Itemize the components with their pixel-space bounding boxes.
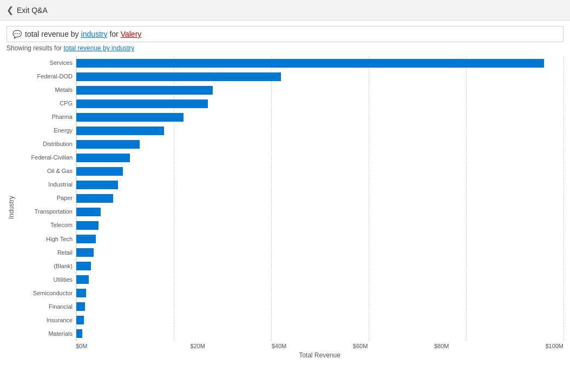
bar <box>76 262 91 270</box>
category-label: Federal-DOD <box>16 73 73 80</box>
x-tick: $20M <box>157 343 238 349</box>
category-label: Utilities <box>16 276 73 283</box>
bar-row <box>76 97 564 110</box>
bar-row <box>76 260 564 273</box>
bar <box>76 316 84 324</box>
category-label: Services <box>16 59 73 67</box>
category-label: Energy <box>16 127 73 134</box>
chart-area: Industry ServicesFederal-DODMetalsCPGPha… <box>6 56 564 359</box>
chart-inner: ServicesFederal-DODMetalsCPGPharmaEnergy… <box>16 56 564 359</box>
bar <box>76 329 82 338</box>
category-label: Metals <box>16 87 73 94</box>
x-axis: $0M$20M$40M$60M$80M$100M <box>76 341 564 349</box>
category-label: Distribution <box>16 141 73 148</box>
bar-row <box>76 273 564 287</box>
bar <box>76 167 123 176</box>
bar-row <box>76 56 564 70</box>
category-label: Pharma <box>16 114 73 121</box>
query-keyword-industry: industry <box>81 30 108 38</box>
category-label: Transportation <box>16 208 73 215</box>
bar <box>76 72 281 81</box>
bar-row <box>76 287 564 300</box>
bar <box>76 59 544 68</box>
bar-row <box>76 83 564 97</box>
bar <box>76 289 86 297</box>
bars-grid <box>76 56 564 341</box>
x-tick: $100M <box>482 343 564 349</box>
bar-row <box>76 246 564 260</box>
query-prefix: total revenue by <box>25 30 81 38</box>
query-middle: for <box>108 30 121 38</box>
category-label: Insurance <box>16 317 73 324</box>
bar-row <box>76 314 564 327</box>
bar <box>76 86 213 95</box>
x-axis-label: Total Revenue <box>76 351 564 359</box>
category-label: Paper <box>16 195 73 202</box>
category-label: Retail <box>16 249 73 256</box>
bar-row <box>76 178 564 191</box>
bar-row <box>76 219 564 232</box>
bar <box>76 140 140 149</box>
category-label: Materials <box>16 330 73 337</box>
category-labels: ServicesFederal-DODMetalsCPGPharmaEnergy… <box>16 56 76 341</box>
x-tick: $40M <box>238 343 319 349</box>
results-link[interactable]: total revenue by industry <box>63 44 134 52</box>
query-text: total revenue by industry for Valery <box>25 30 141 38</box>
exit-button[interactable]: ❮ Exit Q&A <box>6 5 48 15</box>
bars-section: ServicesFederal-DODMetalsCPGPharmaEnergy… <box>16 56 564 341</box>
category-label: CPG <box>16 100 73 107</box>
category-label: Semiconductor <box>16 290 73 297</box>
results-label: Showing results for total revenue by ind… <box>6 44 564 52</box>
query-keyword-valery: Valery <box>121 30 142 38</box>
bar <box>76 248 94 257</box>
category-label: (Blank) <box>16 263 73 270</box>
bar-row <box>76 137 564 151</box>
bar-row <box>76 124 564 137</box>
x-tick: $80M <box>401 343 482 349</box>
category-label: Industrial <box>16 181 73 188</box>
bar <box>76 194 113 203</box>
bar-row <box>76 205 564 219</box>
back-arrow-icon: ❮ <box>6 5 14 15</box>
x-tick: $60M <box>320 343 401 349</box>
bar <box>76 113 184 122</box>
y-axis-label: Industry <box>6 56 16 359</box>
bar-row <box>76 151 564 164</box>
category-label: Financial <box>16 303 73 310</box>
exit-label: Exit Q&A <box>17 6 48 15</box>
bar <box>76 127 164 135</box>
bar <box>76 208 101 216</box>
search-bar[interactable]: 💬 total revenue by industry for Valery <box>6 26 564 42</box>
bar <box>76 302 85 311</box>
bar <box>76 154 130 162</box>
bar <box>76 235 96 243</box>
category-label: Telecom <box>16 222 73 229</box>
bar-row <box>76 70 564 83</box>
bar-row <box>76 300 564 314</box>
bar-row <box>76 110 564 124</box>
category-label: Oil & Gas <box>16 168 73 175</box>
header: ❮ Exit Q&A <box>0 0 570 21</box>
bar <box>76 181 118 189</box>
category-label: Federal-Civilian <box>16 154 73 161</box>
bar <box>76 221 99 230</box>
grid-line <box>564 56 564 341</box>
bar-row <box>76 164 564 178</box>
chat-icon: 💬 <box>12 30 22 38</box>
bar-row <box>76 327 564 341</box>
bar <box>76 275 89 284</box>
bar <box>76 99 208 108</box>
x-tick: $0M <box>76 343 157 349</box>
category-label: High Tech <box>16 236 73 243</box>
bar-row <box>76 232 564 246</box>
bar-row <box>76 191 564 205</box>
